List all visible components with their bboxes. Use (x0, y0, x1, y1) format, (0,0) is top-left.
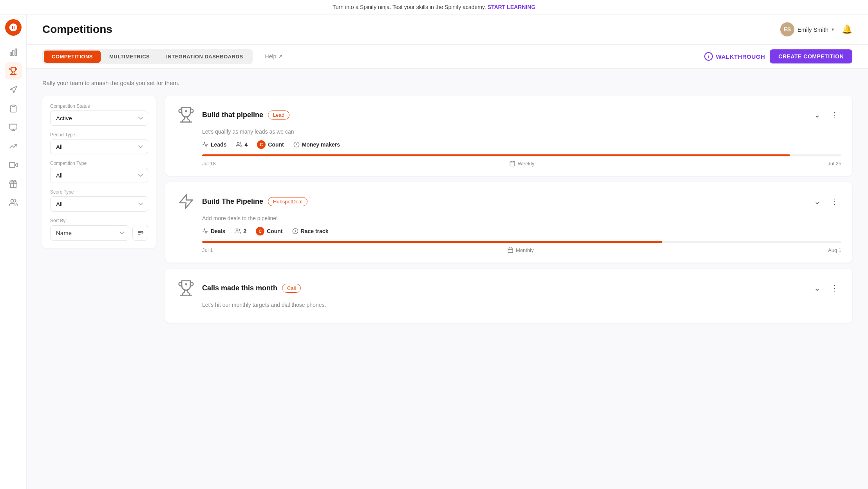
sidebar-logo[interactable] (5, 19, 22, 36)
score-type-label: Count (268, 141, 284, 148)
competition-title: Build The Pipeline (202, 197, 263, 206)
comp-title-row: Calls made this month Call (202, 284, 301, 293)
competition-tag: HubspotDeal (268, 197, 307, 206)
external-link-icon: ↗ (278, 54, 282, 59)
page-title: Competitions (42, 23, 112, 36)
chevron-down-icon: ▾ (832, 27, 834, 32)
comp-menu-button[interactable]: ⋮ (827, 194, 841, 208)
sidebar-item-competitions[interactable] (5, 62, 22, 80)
sort-select-wrap: Name Date Created Start Date End Date (50, 225, 129, 241)
banner-cta[interactable]: START LEARNING (488, 4, 536, 10)
start-date: Jul 1 (202, 247, 213, 253)
main-content: Rally your team to smash the goals you s… (27, 69, 868, 334)
competition-card: Build that pipeline Lead ⌄ ⋮ Let's quali… (165, 96, 852, 176)
tab-actions: i WALKTHROUGH CREATE COMPETITION (704, 45, 852, 68)
svg-point-12 (237, 142, 239, 144)
content-grid: Competition Status Active All Inactive S… (42, 96, 852, 323)
date-period: Monthly (507, 247, 534, 253)
end-date: Jul 25 (828, 161, 841, 167)
display-type-label: Race track (301, 228, 329, 234)
comp-expand-button[interactable]: ⌄ (810, 194, 824, 208)
svg-point-18 (236, 229, 238, 231)
sidebar-item-announcements[interactable] (5, 81, 22, 98)
participant-count: 4 (244, 141, 248, 148)
walkthrough-label: WALKTHROUGH (716, 53, 765, 60)
comp-meta: Deals 2 C Count (202, 227, 841, 235)
comp-expand-button[interactable]: ⌄ (810, 281, 824, 295)
meta-score-type: C Count (257, 140, 284, 149)
sidebar-item-reports[interactable] (5, 100, 22, 117)
comp-dates: Jul 1 Monthly Aug 1 (202, 247, 841, 253)
top-banner: Turn into a Spinify ninja. Test your ski… (0, 0, 868, 14)
comp-menu-button[interactable]: ⋮ (827, 281, 841, 295)
info-icon: i (704, 52, 713, 61)
sidebar-item-users[interactable] (5, 194, 22, 211)
competition-status-label: Competition Status (50, 103, 148, 109)
display-type-label: Money makers (302, 141, 340, 148)
competition-card: Build The Pipeline HubspotDeal ⌄ ⋮ Add m… (165, 182, 852, 263)
comp-meta: Leads 4 C Count (202, 140, 841, 149)
tab-competitions[interactable]: COMPETITIONS (44, 51, 101, 63)
user-name: Emily Smith (797, 26, 828, 33)
sort-by-select[interactable]: Name Date Created Start Date End Date (50, 225, 129, 241)
comp-title-row: Build The Pipeline HubspotDeal (202, 197, 307, 206)
svg-point-11 (185, 110, 187, 112)
date-period: Weekly (509, 160, 534, 167)
score-type-select[interactable]: All Count Sum Average (50, 196, 148, 212)
sort-direction-button[interactable] (132, 225, 148, 241)
user-info[interactable]: ES Emily Smith ▾ (780, 22, 834, 36)
tab-integration-dashboards[interactable]: INTEGRATION DASHBOARDS (158, 51, 251, 63)
competition-status-filter: Competition Status Active All Inactive S… (50, 103, 148, 126)
svg-rect-2 (15, 49, 16, 56)
comp-menu-button[interactable]: ⋮ (827, 108, 841, 122)
participant-count: 2 (243, 228, 246, 234)
tab-group: COMPETITIONS MULTIMETRICS INTEGRATION DA… (42, 49, 253, 64)
comp-header: Build The Pipeline HubspotDeal ⌄ ⋮ (176, 192, 841, 211)
content-area: Competitions ES Emily Smith ▾ 🔔 COMPETIT… (27, 14, 868, 489)
bell-icon[interactable]: 🔔 (842, 24, 852, 34)
sidebar-item-gifts[interactable] (5, 175, 22, 192)
score-type-label: Score Type (50, 189, 148, 195)
metric-label: Deals (211, 228, 225, 234)
period-type-select[interactable]: All Daily Weekly Monthly Custom (50, 139, 148, 154)
svg-rect-20 (508, 248, 513, 253)
walkthrough-button[interactable]: i WALKTHROUGH (704, 52, 765, 61)
competition-status-select[interactable]: Active All Inactive Scheduled Finished (50, 110, 148, 126)
subtitle: Rally your team to smash the goals you s… (42, 80, 852, 86)
comp-description: Add more deals to the pipeline! (202, 215, 841, 221)
score-type-badge: C (257, 140, 266, 149)
comp-header-left: Build The Pipeline HubspotDeal (176, 192, 307, 211)
competitions-list: Build that pipeline Lead ⌄ ⋮ Let's quali… (165, 96, 852, 323)
metric-label: Leads (211, 141, 226, 148)
comp-header-left: Calls made this month Call (176, 278, 301, 298)
comp-actions: ⌄ ⋮ (810, 281, 841, 295)
sidebar-item-trending[interactable] (5, 138, 22, 155)
sidebar-item-tv[interactable] (5, 119, 22, 136)
create-competition-button[interactable]: CREATE COMPETITION (770, 49, 852, 63)
period-label: Monthly (516, 247, 534, 253)
competition-type-select[interactable]: All Individual Team (50, 168, 148, 183)
help-button[interactable]: Help ↗ (259, 50, 289, 63)
meta-participants: 2 (235, 228, 246, 234)
avatar: ES (780, 22, 794, 36)
meta-participants: 4 (236, 141, 248, 148)
sidebar-item-broadcasts[interactable] (5, 156, 22, 174)
period-type-filter: Period Type All Daily Weekly Monthly Cus… (50, 132, 148, 154)
period-type-label: Period Type (50, 132, 148, 138)
svg-rect-1 (13, 50, 14, 55)
competition-type-filter: Competition Type All Individual Team (50, 161, 148, 183)
tab-multimetrics[interactable]: MULTIMETRICS (101, 51, 157, 63)
page-header: Competitions ES Emily Smith ▾ 🔔 (27, 14, 868, 45)
competition-card: Calls made this month Call ⌄ ⋮ Let's hit… (165, 269, 852, 323)
comp-description: Let's hit our monthly targets and dial t… (202, 302, 841, 308)
svg-rect-0 (10, 52, 11, 55)
svg-rect-4 (9, 124, 16, 129)
comp-expand-button[interactable]: ⌄ (810, 108, 824, 122)
sort-by-label: Sort By (50, 218, 148, 223)
competition-icon (176, 105, 196, 125)
score-type-filter: Score Type All Count Sum Average (50, 189, 148, 212)
progress-bar-fill (202, 241, 662, 243)
sidebar-item-analytics[interactable] (5, 43, 22, 61)
competition-title: Build that pipeline (202, 111, 263, 119)
meta-metric: Deals (202, 228, 225, 234)
